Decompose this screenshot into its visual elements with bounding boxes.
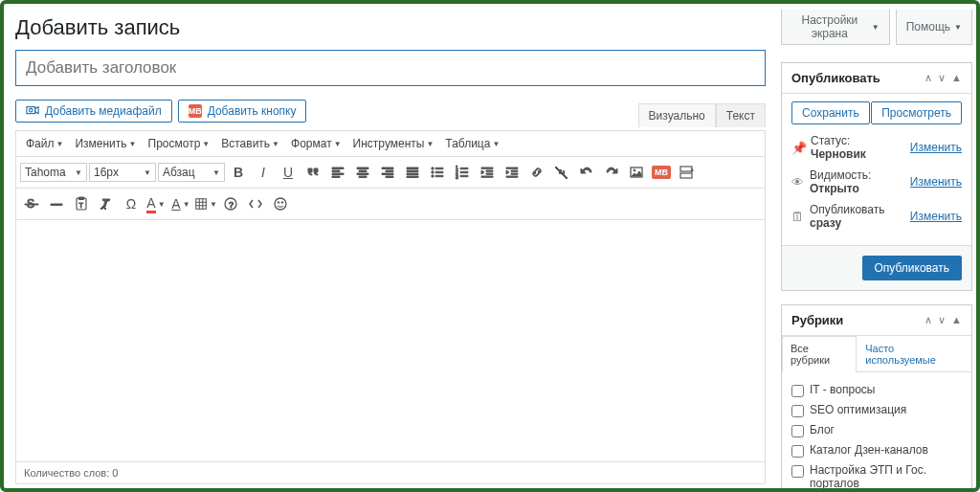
bullet-list-icon[interactable] <box>426 161 449 184</box>
link-icon[interactable] <box>525 161 548 184</box>
svg-rect-0 <box>27 107 35 114</box>
menu-файл[interactable]: Файл ▼ <box>22 135 67 152</box>
svg-point-4 <box>432 175 434 177</box>
image-icon[interactable] <box>625 161 648 184</box>
add-button-label: Добавить кнопку <box>208 104 297 118</box>
panel-down-icon[interactable]: ∨ <box>938 72 946 84</box>
indent-icon[interactable] <box>501 161 523 184</box>
blockquote-icon[interactable] <box>301 161 324 184</box>
category-checkbox[interactable] <box>791 445 804 458</box>
category-item[interactable]: IT - вопросы <box>791 380 958 400</box>
panel-down-icon[interactable]: ∨ <box>938 314 946 326</box>
post-title-input[interactable] <box>15 50 766 86</box>
hr-icon[interactable] <box>45 192 68 215</box>
bg-color-icon[interactable]: A▼ <box>169 192 192 215</box>
align-center-icon[interactable] <box>351 161 374 184</box>
numbered-list-icon[interactable]: 123 <box>451 161 474 184</box>
underline-icon[interactable]: U <box>277 161 300 184</box>
save-draft-button[interactable]: Сохранить <box>791 101 870 124</box>
tab-visual[interactable]: Визуально <box>638 103 716 127</box>
add-media-label: Добавить медиафайл <box>45 104 162 118</box>
svg-text:?: ? <box>229 200 234 210</box>
outdent-icon[interactable] <box>476 161 499 184</box>
menu-просмотр[interactable]: Просмотр ▼ <box>145 135 214 152</box>
svg-text:3: 3 <box>456 174 458 180</box>
tab-used-categories[interactable]: Часто используемые <box>857 336 971 371</box>
svg-rect-11 <box>680 173 692 178</box>
status-edit-link[interactable]: Изменить <box>910 141 962 154</box>
svg-point-1 <box>30 108 33 112</box>
category-item[interactable]: Блог <box>791 420 958 440</box>
maxbuttons-icon[interactable]: MB <box>650 161 673 184</box>
category-checkbox[interactable] <box>791 425 804 437</box>
preview-button[interactable]: Просмотреть <box>871 101 962 124</box>
categories-panel: Рубрики ∧∨▲ Все рубрики Часто используем… <box>781 304 972 492</box>
tab-all-categories[interactable]: Все рубрики <box>782 336 857 372</box>
category-label: SEO оптимизация <box>810 403 906 416</box>
schedule-label: Опубликовать сразу <box>810 203 904 230</box>
help-button[interactable]: Помощь ▼ <box>896 10 972 45</box>
visibility-edit-link[interactable]: Изменить <box>910 175 962 189</box>
clear-format-icon[interactable] <box>95 192 118 215</box>
category-item[interactable]: SEO оптимизация <box>791 400 958 420</box>
add-media-button[interactable]: Добавить медиафайл <box>15 100 172 123</box>
category-label: Каталог Дзен-каналов <box>810 443 928 457</box>
editor-content[interactable] <box>16 220 765 461</box>
schedule-edit-link[interactable]: Изменить <box>910 210 962 223</box>
screen-options-button[interactable]: Настройки экрана ▼ <box>781 10 890 45</box>
tab-text[interactable]: Текст <box>716 103 766 127</box>
text-color-icon[interactable]: A▼ <box>145 192 167 215</box>
paste-text-icon[interactable]: T <box>70 192 93 215</box>
svg-point-3 <box>432 171 434 173</box>
help-icon[interactable]: ? <box>219 192 242 215</box>
svg-point-21 <box>281 202 283 204</box>
svg-text:T: T <box>79 202 84 209</box>
toolbar-toggle-icon[interactable] <box>675 161 698 184</box>
svg-point-20 <box>278 202 279 204</box>
editor-toolbar-1: Tahoma▼ 16px▼ Абзац▼ B I U 123 <box>16 157 765 189</box>
category-checkbox[interactable] <box>791 465 804 478</box>
bold-icon[interactable]: B <box>227 161 250 184</box>
redo-icon[interactable] <box>600 161 623 184</box>
align-right-icon[interactable] <box>376 161 399 184</box>
add-button-button[interactable]: MB Добавить кнопку <box>178 100 307 123</box>
calendar-icon: 🗓 <box>791 210 804 224</box>
menu-вставить[interactable]: Вставить ▼ <box>217 135 283 152</box>
table-icon[interactable]: ▼ <box>194 192 217 215</box>
unlink-icon[interactable] <box>550 161 573 184</box>
panel-toggle-icon[interactable]: ▲ <box>951 72 962 84</box>
category-item[interactable]: Каталог Дзен-каналов <box>791 440 958 460</box>
menu-инструменты[interactable]: Инструменты ▼ <box>349 135 438 152</box>
strikethrough-icon[interactable]: S <box>20 192 43 215</box>
menu-изменить[interactable]: Изменить ▼ <box>71 135 140 152</box>
panel-up-icon[interactable]: ∧ <box>924 72 932 84</box>
category-checkbox[interactable] <box>791 385 804 397</box>
paragraph-select[interactable]: Абзац▼ <box>158 163 225 182</box>
category-item[interactable]: Настройка ЭТП и Гос. порталов <box>791 460 958 492</box>
svg-rect-10 <box>680 167 692 171</box>
panel-up-icon[interactable]: ∧ <box>924 314 932 326</box>
panel-toggle-icon[interactable]: ▲ <box>951 314 962 326</box>
mb-icon: MB <box>189 104 202 118</box>
emoji-icon[interactable] <box>269 192 292 215</box>
align-justify-icon[interactable] <box>401 161 424 184</box>
align-left-icon[interactable] <box>326 161 349 184</box>
svg-rect-14 <box>78 197 84 200</box>
font-size-select[interactable]: 16px▼ <box>89 163 156 182</box>
menu-формат[interactable]: Формат ▼ <box>287 135 345 152</box>
publish-button[interactable]: Опубликовать <box>862 256 962 280</box>
category-label: IT - вопросы <box>810 383 876 396</box>
svg-rect-16 <box>196 199 207 210</box>
code-icon[interactable] <box>244 192 267 215</box>
font-family-select[interactable]: Tahoma▼ <box>20 163 87 182</box>
word-count: Количество слов: 0 <box>16 461 765 483</box>
menu-таблица[interactable]: Таблица ▼ <box>441 135 503 152</box>
category-checkbox[interactable] <box>791 405 804 417</box>
publish-panel-title: Опубликовать <box>791 71 880 85</box>
category-label: Настройка ЭТП и Гос. порталов <box>810 463 958 490</box>
italic-icon[interactable]: I <box>252 161 275 184</box>
undo-icon[interactable] <box>575 161 598 184</box>
pin-icon: 📌 <box>791 141 805 155</box>
visibility-label: Видимость: Открыто <box>810 168 904 195</box>
special-char-icon[interactable]: Ω <box>120 192 143 215</box>
